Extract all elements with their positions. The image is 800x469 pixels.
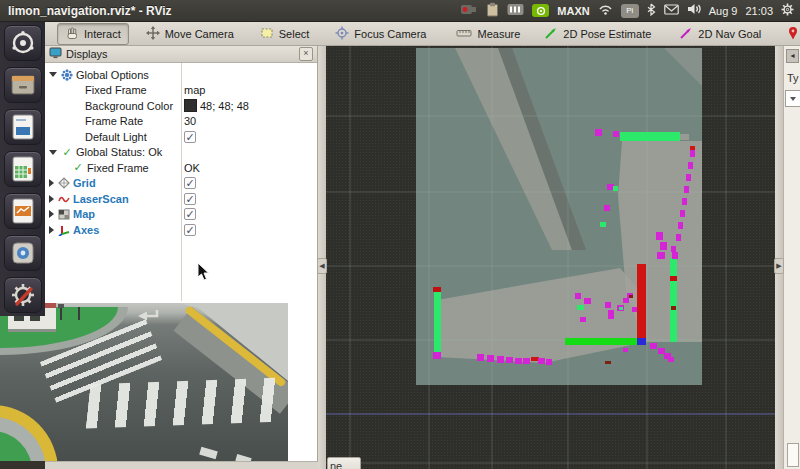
row-label[interactable]: Axes <box>73 224 99 236</box>
status-ok-check-icon: ✓ <box>71 161 85 174</box>
row-label[interactable]: Fixed Frame <box>87 162 149 174</box>
screen: limon_navigation.rviz* - RViz MAXN Pi <box>0 0 800 469</box>
row-label[interactable]: Grid <box>73 177 96 189</box>
tool-measure[interactable]: Measure <box>449 25 527 43</box>
expand-arrow-icon[interactable] <box>49 210 54 218</box>
row-label[interactable]: Background Color <box>85 100 173 112</box>
views-type-label: Ty <box>787 72 799 84</box>
launcher-item-calc[interactable] <box>4 151 42 187</box>
sign-pole <box>58 304 64 308</box>
map-display-icon <box>57 209 71 220</box>
grid-display-icon <box>57 177 71 189</box>
fixed-frame-value[interactable]: map <box>184 84 205 96</box>
crosswalk-main <box>86 378 283 429</box>
tree-row-laserscan[interactable]: LaserScan ✓ <box>45 191 317 207</box>
tool-2d-pose-estimate[interactable]: 2D Pose Estimate <box>537 24 658 44</box>
tree-row-map[interactable]: Map ✓ <box>45 207 317 223</box>
launcher-item-dash[interactable] <box>4 25 42 61</box>
launcher-item-writer[interactable] <box>4 109 42 145</box>
displays-panel-title: Displays <box>66 48 295 60</box>
tree-row-fixed-frame[interactable]: Fixed Frame map <box>45 83 317 99</box>
expand-arrow-icon[interactable] <box>49 195 54 203</box>
color-swatch <box>184 99 197 112</box>
row-label[interactable]: Default Light <box>85 131 147 143</box>
volume-icon[interactable] <box>687 3 701 18</box>
tree-row-background-color[interactable]: Background Color 48; 48; 48 <box>45 98 317 114</box>
keyboard-input-icon[interactable] <box>507 3 524 19</box>
tree-row-grid[interactable]: Grid ✓ <box>45 176 317 192</box>
bluetooth-icon[interactable] <box>647 3 656 19</box>
collapse-arrow-icon[interactable] <box>49 72 57 77</box>
3d-viewport[interactable] <box>326 46 775 469</box>
launcher-item-software[interactable] <box>4 235 42 271</box>
tree-row-default-light[interactable]: Default Light ✓ <box>45 129 317 145</box>
expand-arrow-icon[interactable] <box>49 179 54 187</box>
tool-interact[interactable]: Interact <box>57 23 129 45</box>
mail-icon[interactable] <box>664 4 679 18</box>
nvidia-icon[interactable] <box>532 4 549 17</box>
views-panel-partial: ◂ Ty <box>783 46 800 469</box>
tool-2d-nav-goal[interactable]: 2D Nav Goal <box>672 24 768 44</box>
displays-panel-partial-button[interactable]: ne <box>327 457 361 469</box>
views-type-dropdown[interactable] <box>785 90 800 107</box>
map-enabled-checkbox[interactable]: ✓ <box>184 208 196 220</box>
tool-publish-point[interactable]: Publish Point <box>780 24 800 44</box>
tool-focus-camera[interactable]: Focus Camera <box>328 24 433 44</box>
displays-tree: Global Options Fixed Frame map Backgroun… <box>45 63 317 238</box>
laserscan-enabled-checkbox[interactable]: ✓ <box>184 193 196 205</box>
sign-pole <box>78 307 80 320</box>
session-gear-icon[interactable] <box>781 3 794 19</box>
row-label[interactable]: LaserScan <box>73 193 129 205</box>
tool-move-camera[interactable]: Move Camera <box>139 24 241 44</box>
row-label[interactable]: Map <box>73 208 95 220</box>
input-method-badge[interactable]: Pi <box>621 4 639 18</box>
tool-label: Interact <box>84 28 121 40</box>
row-label[interactable]: Fixed Frame <box>85 84 147 96</box>
background-color-value[interactable]: 48; 48; 48 <box>184 99 249 112</box>
tree-row-global-status[interactable]: ✓ Global Status: Ok <box>45 145 317 161</box>
map-view-canvas[interactable] <box>326 46 775 469</box>
pose-estimate-arrow-icon <box>544 26 558 42</box>
tree-row-status-fixed-frame[interactable]: ✓ Fixed Frame OK <box>45 160 317 176</box>
tool-label: Select <box>279 28 310 40</box>
row-label[interactable]: Global Options <box>76 69 149 81</box>
launcher-item-settings[interactable] <box>4 277 42 313</box>
default-light-checkbox[interactable]: ✓ <box>184 131 196 143</box>
grid-enabled-checkbox[interactable]: ✓ <box>184 177 196 189</box>
window-title: limon_navigation.rviz* - RViz <box>8 4 172 18</box>
wifi-icon[interactable] <box>598 3 613 18</box>
row-label[interactable]: Global Status: Ok <box>76 146 162 158</box>
tool-label: Focus Camera <box>354 28 426 40</box>
collapse-arrow-icon[interactable] <box>49 150 57 155</box>
tool-select[interactable]: Select <box>253 24 317 44</box>
unity-launcher <box>0 22 45 316</box>
clock-label[interactable]: 21:03 <box>745 5 773 17</box>
power-mode-label[interactable]: MAXN <box>557 5 589 17</box>
system-top-bar: limon_navigation.rviz* - RViz MAXN Pi <box>0 0 800 22</box>
tree-row-global-options[interactable]: Global Options <box>45 67 317 83</box>
displays-panel-header[interactable]: Displays × <box>45 46 317 63</box>
row-label[interactable]: Frame Rate <box>85 115 143 127</box>
publish-point-pin-icon <box>787 26 799 42</box>
views-panel-dock-icon[interactable]: ◂ <box>786 49 799 63</box>
tree-row-frame-rate[interactable]: Frame Rate 30 <box>45 114 317 130</box>
nav-goal-arrow-icon <box>679 26 693 42</box>
clipboard-icon[interactable] <box>486 2 499 20</box>
tool-label: Move Camera <box>165 28 234 40</box>
lane-dash <box>235 454 251 461</box>
launcher-item-impress[interactable] <box>4 193 42 229</box>
collapse-left-panel-icon[interactable]: ◀ <box>317 258 327 274</box>
screen-record-icon[interactable] <box>460 2 478 19</box>
axes-enabled-checkbox[interactable]: ✓ <box>184 224 196 236</box>
views-panel-scrollbar[interactable] <box>787 443 799 467</box>
date-label[interactable]: Aug 9 <box>709 5 738 17</box>
move-camera-icon <box>146 26 160 42</box>
status-ok-check-icon: ✓ <box>60 146 74 159</box>
expand-arrow-icon[interactable] <box>49 226 54 234</box>
frame-rate-value[interactable]: 30 <box>184 115 196 127</box>
tree-row-axes[interactable]: Axes ✓ <box>45 222 317 238</box>
collapse-right-panel-icon[interactable]: ▶ <box>774 258 784 274</box>
laserscan-display-icon <box>57 194 71 204</box>
launcher-item-files[interactable] <box>4 67 42 103</box>
close-icon[interactable]: × <box>299 47 313 61</box>
